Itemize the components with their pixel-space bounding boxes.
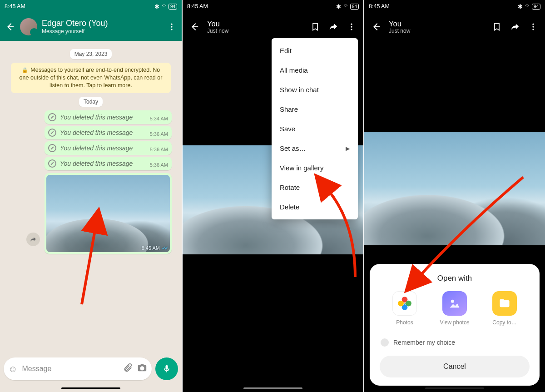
wifi-icon: ⌔ bbox=[162, 3, 166, 10]
back-icon[interactable] bbox=[371, 21, 382, 32]
context-menu: Edit All media Show in chat Share Save S… bbox=[272, 38, 358, 219]
date-chip: May 23, 2023 bbox=[70, 49, 112, 59]
google-photos-icon bbox=[392, 291, 417, 316]
radio-icon bbox=[381, 338, 389, 347]
forward-icon[interactable] bbox=[328, 21, 339, 32]
menu-item-save[interactable]: Save bbox=[272, 119, 358, 139]
app-label: Photos bbox=[396, 319, 413, 326]
bluetooth-icon: ✱ bbox=[518, 3, 523, 10]
battery-indicator: 94 bbox=[532, 4, 540, 10]
image-message[interactable]: 8:45 AM ✓✓ bbox=[45, 173, 172, 254]
menu-item-share[interactable]: Share bbox=[272, 99, 358, 119]
chat-title: Edgar Otero (You) bbox=[42, 19, 162, 28]
chat-body[interactable]: May 23, 2023 🔒 Messages to yourself are … bbox=[0, 41, 182, 392]
chevron-right-icon: ▶ bbox=[346, 145, 350, 152]
forward-icon[interactable] bbox=[510, 21, 520, 32]
svg-point-6 bbox=[351, 29, 352, 30]
overflow-menu-icon[interactable] bbox=[166, 21, 177, 32]
forward-icon[interactable] bbox=[26, 233, 40, 246]
attach-icon[interactable] bbox=[123, 363, 133, 375]
remember-choice-toggle[interactable]: Remember my choice bbox=[380, 336, 530, 356]
whatsapp-chat-panel: 8:45 AM ✱ ⌔ 94 Edgar Otero (You) Message… bbox=[0, 0, 182, 392]
nav-bar-handle[interactable] bbox=[243, 387, 302, 389]
status-time: 8:45 AM bbox=[369, 3, 390, 10]
today-chip: Today bbox=[79, 97, 103, 107]
menu-item-all-media[interactable]: All media bbox=[272, 60, 358, 80]
menu-item-show-in-chat[interactable]: Show in chat bbox=[272, 80, 358, 99]
menu-item-delete[interactable]: Delete bbox=[272, 197, 358, 217]
avatar[interactable] bbox=[20, 18, 37, 35]
status-time: 8:45 AM bbox=[5, 3, 25, 10]
open-with-panel: 8:45 AM ✱ ⌔ 94 You Just now Open with bbox=[363, 0, 545, 392]
svg-point-1 bbox=[171, 26, 172, 27]
chat-subtitle: Message yourself bbox=[42, 28, 162, 35]
read-ticks-icon: ✓✓ bbox=[162, 245, 167, 251]
media-time: Just now bbox=[389, 28, 410, 34]
bookmark-icon[interactable] bbox=[491, 21, 502, 32]
bluetooth-icon: ✱ bbox=[154, 3, 159, 10]
app-option-view-photos[interactable]: View photos bbox=[434, 291, 475, 326]
svg-point-0 bbox=[171, 24, 172, 25]
blocked-icon bbox=[48, 129, 56, 137]
files-icon bbox=[492, 291, 517, 316]
menu-item-edit[interactable]: Edit bbox=[272, 41, 358, 60]
media-time: Just now bbox=[207, 28, 228, 34]
app-option-copy-to[interactable]: Copy to… bbox=[484, 291, 525, 326]
message-placeholder: Message bbox=[22, 365, 118, 373]
overflow-menu-icon[interactable] bbox=[528, 21, 539, 32]
mountain-photo[interactable] bbox=[364, 132, 545, 245]
media-sender: You bbox=[389, 20, 410, 28]
status-bar: 8:45 AM ✱ ⌔ 94 bbox=[183, 0, 363, 13]
mic-button[interactable] bbox=[155, 357, 178, 380]
deleted-message-bubble[interactable]: You deleted this message 5:34 AM bbox=[45, 110, 172, 124]
chat-header[interactable]: Edgar Otero (You) Message yourself bbox=[0, 13, 182, 41]
back-icon[interactable] bbox=[189, 21, 200, 32]
battery-indicator: 94 bbox=[350, 4, 359, 10]
deleted-message-bubble[interactable]: You deleted this message 5:36 AM bbox=[45, 157, 172, 170]
app-label: View photos bbox=[440, 319, 469, 326]
encryption-notice[interactable]: 🔒 Messages to yourself are end-to-end en… bbox=[11, 63, 171, 93]
overflow-menu-icon[interactable] bbox=[346, 21, 357, 32]
menu-item-rotate[interactable]: Rotate bbox=[272, 178, 358, 197]
blocked-icon bbox=[48, 144, 56, 152]
status-bar: 8:45 AM ✱ ⌔ 94 bbox=[364, 0, 545, 13]
mountain-photo[interactable] bbox=[46, 175, 170, 252]
image-timestamp: 8:45 AM bbox=[142, 245, 160, 251]
blocked-icon bbox=[48, 113, 56, 121]
media-header: You Just now bbox=[364, 13, 545, 41]
wifi-icon: ⌔ bbox=[525, 3, 529, 10]
media-sender: You bbox=[207, 20, 228, 28]
blocked-icon bbox=[48, 159, 56, 168]
status-time: 8:45 AM bbox=[187, 3, 208, 10]
nav-bar-handle[interactable] bbox=[425, 387, 484, 389]
svg-point-7 bbox=[532, 24, 534, 25]
sheet-title: Open with bbox=[380, 274, 530, 283]
deleted-message-bubble[interactable]: You deleted this message 5:36 AM bbox=[45, 126, 172, 139]
message-input-bar: ☺ Message bbox=[4, 357, 178, 380]
media-viewer-panel: 8:45 AM ✱ ⌔ 94 You Just now Edit All med… bbox=[182, 0, 363, 392]
menu-item-set-as[interactable]: Set as…▶ bbox=[272, 139, 358, 158]
wifi-icon: ⌔ bbox=[344, 3, 347, 10]
svg-point-13 bbox=[398, 301, 404, 307]
deleted-message-bubble[interactable]: You deleted this message 5:36 AM bbox=[45, 141, 172, 155]
battery-indicator: 94 bbox=[168, 4, 177, 10]
svg-point-14 bbox=[451, 300, 454, 303]
app-label: Copy to… bbox=[492, 319, 516, 326]
svg-point-9 bbox=[532, 29, 534, 30]
message-input[interactable]: ☺ Message bbox=[4, 357, 152, 380]
menu-item-view-in-gallery[interactable]: View in gallery bbox=[272, 158, 358, 178]
app-option-photos[interactable]: Photos bbox=[384, 291, 425, 326]
lock-icon: 🔒 bbox=[22, 67, 28, 73]
svg-point-2 bbox=[171, 29, 172, 30]
bookmark-icon[interactable] bbox=[310, 21, 321, 32]
media-header: You Just now bbox=[183, 13, 363, 41]
bluetooth-icon: ✱ bbox=[336, 3, 341, 10]
open-with-sheet: Open with Photos View photos Copy to… bbox=[370, 264, 540, 386]
nav-bar-handle[interactable] bbox=[61, 387, 120, 389]
camera-icon[interactable] bbox=[137, 363, 147, 375]
svg-point-8 bbox=[532, 26, 534, 27]
cancel-button[interactable]: Cancel bbox=[380, 356, 530, 377]
emoji-icon[interactable]: ☺ bbox=[8, 364, 17, 374]
svg-point-5 bbox=[351, 26, 352, 27]
back-icon[interactable] bbox=[5, 21, 15, 32]
